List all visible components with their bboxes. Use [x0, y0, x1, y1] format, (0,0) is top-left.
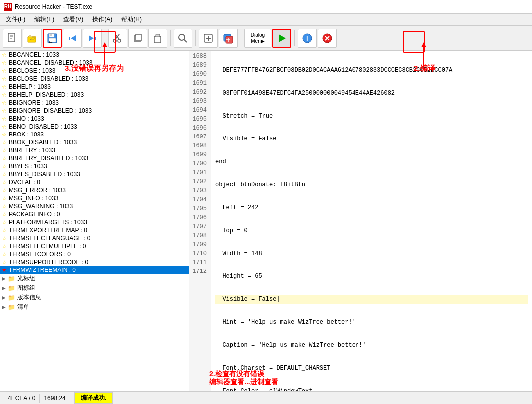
list-item[interactable]: ☆ PACKAGEINFO : 0: [0, 210, 189, 218]
folder-icon: 📁: [8, 304, 15, 311]
list-item[interactable]: ☆ BBCANCEL : 1033: [0, 51, 189, 59]
tree-arrow: ▶: [2, 295, 6, 300]
list-item[interactable]: ☆ MSG_ERROR : 1033: [0, 186, 189, 194]
list-item[interactable]: ☆ BBIGNORE : 1033: [0, 99, 189, 107]
code-line-1702: Font.Color = clWindowText: [215, 387, 528, 391]
svg-rect-13: [94, 37, 96, 40]
copy-button[interactable]: [128, 29, 147, 48]
svg-line-23: [184, 39, 187, 42]
info-button[interactable]: i: [298, 29, 317, 48]
code-line-1699: Hint = 'Help us make WizTree better!': [215, 318, 528, 327]
sep3: [195, 30, 196, 46]
star-icon: ☆: [2, 139, 7, 146]
code-line-1695: Top = 0: [215, 226, 528, 235]
list-item[interactable]: ☆ BBNO_DISABLED : 1033: [0, 123, 189, 131]
code-line-1688: DEFE777FFB4762FBCF08DB02D0CACAAA612A0780…: [215, 66, 528, 75]
line-number: 1707: [191, 222, 207, 231]
list-item[interactable]: ☆ DVCLAL : 0: [0, 178, 189, 186]
star-icon: ☆: [2, 52, 7, 58]
tree-arrow: ▶: [2, 276, 6, 281]
list-item[interactable]: ☆ BBHELP : 1033: [0, 83, 189, 91]
line-number: 1700: [191, 159, 207, 168]
list-item[interactable]: ☆ TFRMSELECTMULTIPLE : 0: [0, 242, 189, 250]
list-item-folder-version[interactable]: ▶ 📁 版本信息: [0, 293, 189, 302]
menu-action[interactable]: 操作(A): [88, 14, 116, 25]
list-item-folder-cursor[interactable]: ▶ 📁 光标组: [0, 274, 189, 283]
find-button[interactable]: [174, 29, 192, 48]
tree-arrow: ▶: [2, 304, 6, 310]
star-icon: ☆: [2, 195, 7, 202]
list-item[interactable]: ☆ BBCLOSE_DISABLED : 1033: [0, 75, 189, 83]
star-icon: ☆: [2, 116, 7, 122]
list-item[interactable]: ☆ TFRMSUPPORTERCODE : 0: [0, 258, 189, 266]
line-number: 1705: [191, 204, 207, 213]
save-as-button[interactable]: As: [43, 29, 62, 48]
line-number: 1710: [191, 249, 207, 258]
line-number: 1703: [191, 186, 207, 195]
menu-help[interactable]: 帮助(H): [117, 14, 146, 25]
list-item[interactable]: ☆ MSG_WARNING : 1033: [0, 202, 189, 210]
list-item-folder-manifest[interactable]: ▶ 📁 清单: [0, 302, 189, 312]
star-icon: ☆: [2, 211, 7, 218]
list-item[interactable]: ☆ TFRMEXPORTTREEMAP : 0: [0, 226, 189, 234]
folder-icon: 📁: [8, 275, 15, 282]
star-icon: ☆: [2, 235, 7, 242]
list-item[interactable]: ☆ BBNO : 1033: [0, 115, 189, 123]
svg-marker-12: [89, 35, 94, 41]
list-item[interactable]: ☆ BBOK : 1033: [0, 131, 189, 138]
dialog-menu-button[interactable]: DialogMen▶: [244, 29, 271, 48]
list-item[interactable]: ☆ BBRETRY_DISABLED : 1033: [0, 154, 189, 162]
svg-marker-10: [71, 35, 76, 41]
list-item[interactable]: ☆ BBYES_DISABLED : 1033: [0, 170, 189, 178]
svg-rect-7: [50, 34, 52, 36]
add-resource-button[interactable]: [199, 29, 218, 48]
star-icon: ☆: [2, 92, 7, 98]
list-item[interactable]: ☆ BBHELP_DISABLED : 1033: [0, 91, 189, 99]
line-number: 1709: [191, 240, 207, 249]
exit-button[interactable]: [318, 29, 337, 48]
star-icon: ☆: [2, 219, 7, 226]
new-button[interactable]: [3, 29, 22, 48]
list-item[interactable]: ☆ TFRMSELECTLANGUAGE : 0: [0, 234, 189, 242]
star-icon: ☆: [2, 132, 7, 138]
star-icon: ☆: [2, 187, 7, 194]
back-button[interactable]: [63, 29, 82, 48]
list-item-folder-icon[interactable]: ▶ 📁 图标组: [0, 283, 189, 293]
compile-button[interactable]: [272, 29, 291, 48]
list-item[interactable]: ☆ BBIGNORE_DISABLED : 1033: [0, 107, 189, 115]
open-button[interactable]: [23, 29, 42, 48]
star-icon: ☆: [2, 251, 7, 258]
menu-view[interactable]: 查看(V): [59, 14, 87, 25]
menu-edit[interactable]: 编辑(E): [30, 14, 58, 25]
list-item[interactable]: ☆ PLATFORMTARGETS : 1033: [0, 218, 189, 226]
folder-icon: 📁: [8, 294, 15, 301]
code-line-1692: end: [215, 157, 528, 166]
list-item[interactable]: ☆ BBOK_DISABLED : 1033: [0, 138, 189, 146]
code-content[interactable]: DEFE777FFB4762FBCF08DB02D0CACAAA612A0780…: [211, 51, 532, 391]
line-number: 1702: [191, 177, 207, 186]
list-item[interactable]: ☆ BBRETRY : 1033: [0, 146, 189, 154]
svg-point-17: [118, 39, 121, 42]
list-item[interactable]: ☆ BBYES : 1033: [0, 162, 189, 170]
list-item-tfrmwiztreemain[interactable]: ★ TFRMWIZTREEMAIN : 0: [0, 266, 189, 274]
title-text: Resource Hacker - TEST.exe: [15, 3, 92, 10]
list-item[interactable]: ☆ TFRMSETCOLORS : 0: [0, 250, 189, 258]
star-icon: ☆: [2, 179, 7, 186]
paste-button[interactable]: [148, 29, 167, 48]
status-bar: 4ECEA / 0 1698:24 编译成功.: [0, 391, 532, 404]
star-icon: ☆: [2, 68, 7, 74]
left-panel[interactable]: ☆ BBCANCEL : 1033 ☆ BBCANCEL_DISABLED : …: [0, 51, 189, 391]
folder-icon: 📁: [8, 285, 15, 292]
menu-file[interactable]: 文件(F): [2, 14, 29, 25]
list-item[interactable]: ☆ MSG_INFO : 1033: [0, 194, 189, 202]
dialog-menu-label: DialogMen▶: [251, 32, 265, 44]
list-item[interactable]: ☆ BBCLOSE : 1033: [0, 67, 189, 75]
line-number: 1695: [191, 115, 207, 124]
code-line-1697: Height = 65: [215, 272, 528, 281]
replace-resource-button[interactable]: [219, 29, 238, 48]
cut-button[interactable]: [108, 29, 127, 48]
list-item[interactable]: ☆ BBCANCEL_DISABLED : 1033: [0, 59, 189, 67]
app-icon: RH: [4, 3, 12, 11]
forward-button[interactable]: [83, 29, 102, 48]
right-panel[interactable]: 1688 1689 1690 1691 1692 1693 1694 1695 …: [189, 51, 532, 391]
